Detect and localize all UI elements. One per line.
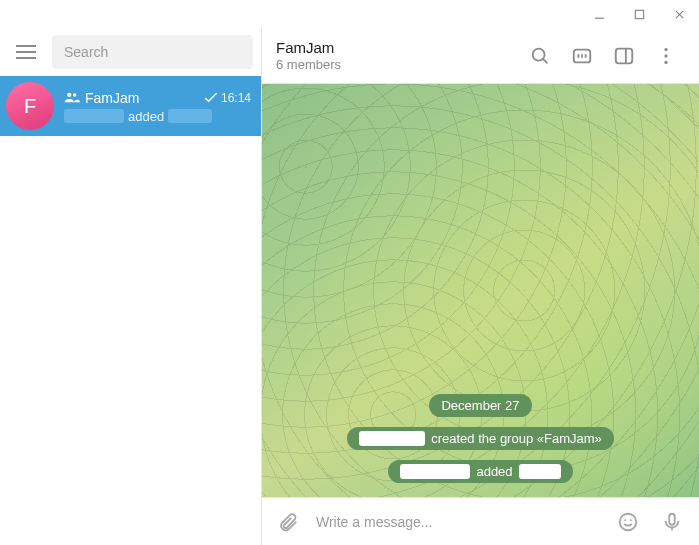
chat-time: 16:14 [204,91,251,105]
chat-preview: added [64,109,251,124]
svg-point-8 [664,60,667,63]
message-input[interactable]: Write a message... [316,514,601,530]
service-message-added: added [388,460,572,483]
svg-rect-0 [635,10,643,18]
composer: Write a message... [262,497,699,545]
date-text: December 27 [441,398,519,413]
live-stream-button[interactable] [563,37,601,75]
redacted-name [359,431,425,446]
window-minimize-button[interactable] [579,0,619,28]
emoji-button[interactable] [611,505,645,539]
avatar-letter: F [24,95,36,118]
window-close-button[interactable] [659,0,699,28]
messages-area[interactable]: December 27 created the group «FamJam» a… [262,84,699,497]
chat-avatar: F [6,82,54,130]
search-input[interactable]: Search [52,35,253,69]
svg-rect-12 [669,513,675,524]
svg-point-3 [533,48,545,60]
svg-point-11 [630,519,632,521]
check-icon [204,93,218,103]
created-text: created the group «FamJam» [431,431,602,446]
menu-button[interactable] [8,34,44,70]
attach-button[interactable] [272,505,306,539]
service-message-created: created the group «FamJam» [347,427,614,450]
window-maximize-button[interactable] [619,0,659,28]
preview-text: added [128,109,164,124]
chat-name: FamJam [85,90,139,106]
group-icon [64,89,80,107]
svg-point-2 [73,93,76,96]
search-in-chat-button[interactable] [521,37,559,75]
chat-header: FamJam 6 members [262,28,699,84]
redacted-name [64,109,124,123]
window-titlebar [0,0,699,28]
svg-point-1 [67,92,71,96]
redacted-name [519,464,561,479]
search-placeholder: Search [64,44,108,60]
chat-header-info[interactable]: FamJam 6 members [276,39,341,72]
svg-point-10 [624,519,626,521]
svg-point-6 [664,47,667,50]
date-separator: December 27 [429,394,531,417]
chat-title: FamJam [276,39,341,56]
chat-time-text: 16:14 [221,91,251,105]
chat-list-item[interactable]: F FamJam 16:14 added [0,76,261,136]
svg-point-9 [620,513,637,530]
redacted-name [400,464,470,479]
svg-rect-5 [616,48,633,63]
chat-subtitle: 6 members [276,57,341,72]
redacted-name [168,109,212,123]
voice-message-button[interactable] [655,505,689,539]
svg-point-7 [664,54,667,57]
more-options-button[interactable] [647,37,685,75]
message-placeholder: Write a message... [316,514,432,530]
sidebar: Search F FamJam 16:14 [0,28,262,545]
side-panel-button[interactable] [605,37,643,75]
added-text: added [476,464,512,479]
